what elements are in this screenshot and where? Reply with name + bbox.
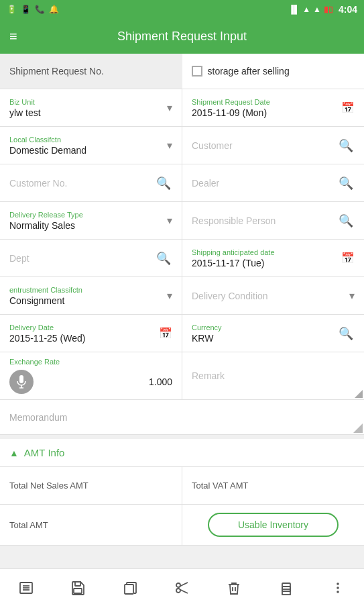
usable-inventory-button[interactable]: Usable Inventory [208, 513, 338, 537]
svg-point-19 [337, 583, 339, 585]
shipment-date-label: Shipment Request Date [192, 98, 341, 106]
delivery-release-dropdown-icon[interactable]: ▾ [167, 214, 172, 227]
currency-search-icon[interactable]: 🔍 [337, 325, 355, 342]
shipment-date-calendar-icon[interactable]: 📅 [341, 101, 355, 114]
total-net-sales-cell: Total Net Sales AMT [0, 467, 182, 504]
delivery-date-row: Delivery Date 2015-11-25 (Wed) 📅 Currenc… [0, 315, 364, 352]
customer-no-cell[interactable]: Customer No. 🔍 [0, 164, 182, 201]
svg-rect-16 [282, 589, 290, 595]
shipment-no-label: Shipment Request No. [0, 54, 182, 89]
svg-point-20 [337, 587, 339, 589]
exchange-rate-value: 1.000 [44, 376, 172, 387]
customer-no-search-icon[interactable]: 🔍 [155, 174, 172, 192]
sim-icon: 📱 [21, 5, 31, 14]
battery-icon: 🔋 [7, 5, 17, 14]
svg-rect-8 [74, 589, 82, 593]
total-amt-label: Total AMT [9, 520, 48, 530]
shipping-date-value: 2015-11-17 (Tue) [192, 258, 341, 268]
remark-placeholder: Remark [192, 370, 355, 381]
copy-button[interactable] [115, 573, 145, 603]
delivery-date-calendar-icon[interactable]: 📅 [159, 327, 172, 340]
entrustment-cell[interactable]: entrustment Classifctn Consignment ▾ [0, 277, 182, 314]
delivery-release-label: Delivery Release Type [9, 211, 167, 219]
exchange-rate-row: Exchange Rate 1.000 Remark [0, 352, 364, 400]
svg-point-10 [176, 583, 180, 587]
biz-unit-cell[interactable]: Biz Unit ylw test ▾ [0, 89, 182, 126]
print-button[interactable] [271, 573, 301, 603]
delivery-condition-placeholder: Delivery Condition [192, 291, 349, 301]
entrustment-label: entrustment Classifctn [9, 286, 167, 294]
entrustment-dropdown-icon[interactable]: ▾ [167, 289, 172, 302]
memorandum-row[interactable]: Memorandum [0, 400, 364, 435]
shipping-date-label: Shipping anticipated date [192, 248, 341, 256]
total-vat-cell: Total VAT AMT [182, 467, 364, 504]
phone-icon: 📞 [35, 5, 45, 14]
shipment-date-value: 2015-11-09 (Mon) [192, 107, 341, 118]
responsible-person-placeholder: Responsible Person [192, 215, 337, 226]
dept-placeholder: Dept [9, 253, 155, 264]
biz-unit-value: ylw test [9, 107, 167, 118]
svg-rect-7 [75, 582, 80, 586]
delivery-condition-cell[interactable]: Delivery Condition ▾ [182, 277, 364, 314]
local-class-cell[interactable]: Local Classifctn Domestic Demand ▾ [0, 127, 182, 164]
menu-button[interactable]: ≡ [9, 29, 17, 44]
battery-level-icon: ▮▯ [324, 5, 333, 14]
responsible-person-search-icon[interactable]: 🔍 [337, 212, 355, 230]
remark-cell[interactable]: Remark [182, 352, 364, 399]
customer-cell[interactable]: Customer 🔍 [182, 127, 364, 164]
storage-checkbox-area[interactable]: storage after selling [182, 54, 365, 89]
delivery-date-cell[interactable]: Delivery Date 2015-11-25 (Wed) 📅 [0, 315, 182, 352]
delivery-release-row: Delivery Release Type Normality Sales ▾ … [0, 202, 364, 240]
biz-unit-label: Biz Unit [9, 98, 167, 106]
amt-chevron-icon: ▲ [9, 448, 19, 458]
wifi-icon: ▲ [302, 5, 310, 14]
amt-info-header[interactable]: ▲ AMT Info [0, 435, 364, 467]
storage-checkbox[interactable] [192, 66, 202, 77]
dealer-placeholder: Dealer [192, 178, 337, 189]
dealer-cell[interactable]: Dealer 🔍 [182, 164, 364, 201]
delivery-date-label: Delivery Date [9, 323, 159, 332]
more-button[interactable] [323, 573, 353, 603]
customer-placeholder: Customer [192, 140, 337, 151]
delivery-release-cell[interactable]: Delivery Release Type Normality Sales ▾ [0, 202, 182, 239]
notification-icon: 🔔 [49, 5, 59, 14]
exchange-rate-cell[interactable]: Exchange Rate 1.000 [0, 352, 182, 399]
svg-line-12 [180, 583, 188, 587]
total-amt-row: Total AMT Usable Inventory [0, 505, 364, 546]
delivery-date-value: 2015-11-25 (Wed) [9, 333, 159, 344]
mic-button[interactable] [9, 370, 34, 394]
customer-search-icon[interactable]: 🔍 [337, 137, 355, 154]
storage-label: storage after selling [208, 66, 290, 77]
shipment-no-row: Shipment Request No. storage after selli… [0, 54, 364, 89]
local-class-dropdown-icon[interactable]: ▾ [167, 139, 172, 152]
status-icons-right: ▐▌ ▲ ▲ ▮▯ 4:04 [288, 4, 357, 15]
shipping-date-calendar-icon[interactable]: 📅 [341, 252, 355, 264]
amt-info-title: AMT Info [24, 447, 65, 458]
exchange-rate-label: Exchange Rate [9, 358, 172, 366]
usable-inventory-cell[interactable]: Usable Inventory [182, 505, 364, 545]
local-class-value: Domestic Demand [9, 145, 167, 156]
shipment-date-cell[interactable]: Shipment Request Date 2015-11-09 (Mon) 📅 [182, 89, 364, 126]
total-amt-label-cell: Total AMT [0, 505, 182, 545]
currency-cell[interactable]: Currency KRW 🔍 [182, 315, 364, 352]
dept-search-icon[interactable]: 🔍 [155, 250, 172, 267]
header: ≡ Shipment Request Input [0, 19, 364, 54]
delivery-condition-dropdown-icon[interactable]: ▾ [349, 289, 355, 302]
network-icon: ▲ [313, 5, 321, 14]
responsible-person-cell[interactable]: Responsible Person 🔍 [182, 202, 364, 239]
scissors-button[interactable] [167, 573, 196, 603]
biz-unit-dropdown-icon[interactable]: ▾ [167, 101, 172, 114]
customer-no-row: Customer No. 🔍 Dealer 🔍 [0, 164, 364, 202]
delete-button[interactable] [219, 573, 249, 603]
list-button[interactable] [11, 573, 41, 603]
save-button[interactable] [63, 573, 93, 603]
delivery-release-value: Normality Sales [9, 220, 167, 231]
entrustment-value: Consignment [9, 295, 167, 306]
local-class-row: Local Classifctn Domestic Demand ▾ Custo… [0, 127, 364, 164]
shipping-date-cell[interactable]: Shipping anticipated date 2015-11-17 (Tu… [182, 240, 364, 276]
dealer-search-icon[interactable]: 🔍 [337, 174, 355, 192]
bottom-toolbar [0, 568, 364, 606]
currency-label: Currency [192, 323, 337, 332]
dept-cell[interactable]: Dept 🔍 [0, 240, 182, 276]
total-net-sales-label: Total Net Sales AMT [9, 481, 172, 491]
